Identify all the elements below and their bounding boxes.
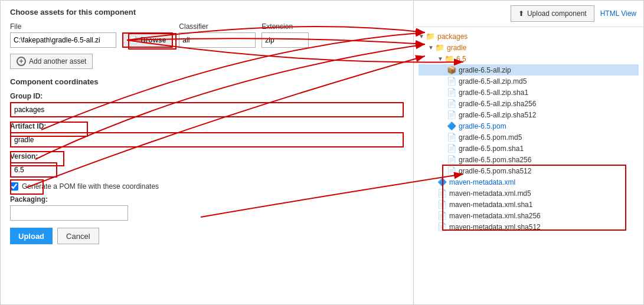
zip-file-icon: 📦 <box>447 65 456 74</box>
tree-item-label: gradle-6.5-all.zip.md5 <box>459 77 527 86</box>
file-field-group: File <box>10 22 116 48</box>
file-icon: 📄 <box>437 189 447 198</box>
folder-icon: 📁 <box>435 43 444 52</box>
pom-file-icon: 🔷 <box>447 122 456 130</box>
file-icon: 📄 <box>129 36 138 44</box>
packaging-group: Packaging: <box>10 195 404 221</box>
group-id-group: Group ID: <box>10 92 404 117</box>
tree-item-label: gradle-6.5-all.zip <box>459 66 511 74</box>
packaging-input[interactable] <box>10 205 128 221</box>
tree-item-label: gradle-6.5.pom.sha1 <box>459 145 524 153</box>
tree-item[interactable]: 📄maven-metadata.xml.md5 <box>419 188 639 199</box>
tree-item[interactable]: 📄gradle-6.5-all.zip.sha256 <box>419 98 639 109</box>
tree-item[interactable]: ▼📁packages <box>419 31 639 42</box>
tree-item-label: maven-metadata.xml.sha512 <box>449 223 541 231</box>
file-icon: 📄 <box>447 166 456 175</box>
file-tree: ▼📁packages▼📁gradle▼📁6.5📦gradle-6.5-all.z… <box>414 27 643 236</box>
file-icon: 📄 <box>437 222 447 231</box>
tree-item[interactable]: 📄gradle-6.5.pom.sha256 <box>419 154 639 165</box>
artifact-id-label: Artifact ID: <box>10 122 404 130</box>
generate-pom-label: Generate a POM file with these coordinat… <box>22 182 159 191</box>
file-icon: 📄 <box>447 77 456 86</box>
tree-item[interactable]: 📄maven-metadata.xml.sha512 <box>419 221 639 232</box>
file-icon: 📄 <box>447 133 456 142</box>
tree-item[interactable]: 📄gradle-6.5-all.zip.sha1 <box>419 87 639 98</box>
file-icon: 📄 <box>447 155 456 164</box>
folder-icon: 📁 <box>426 32 435 41</box>
file-icon: 📄 <box>447 88 456 97</box>
group-id-label: Group ID: <box>10 92 404 100</box>
tree-item-label: gradle-6.5.pom.sha256 <box>459 156 531 164</box>
tree-item[interactable]: 📄maven-metadata.xml.sha256 <box>419 210 639 221</box>
tree-item-label: maven-metadata.xml.sha256 <box>449 212 541 220</box>
extension-label: Extension <box>261 22 309 31</box>
upload-icon: ⬆ <box>518 9 524 18</box>
component-coordinates-title: Component coordinates <box>10 77 404 86</box>
group-id-input[interactable] <box>10 102 404 117</box>
tree-item[interactable]: 📄gradle-6.5-all.zip.md5 <box>419 76 639 87</box>
tree-item-label: gradle-6.5-all.zip.sha512 <box>459 111 536 119</box>
tree-item[interactable]: 📄maven-metadata.xml.sha1 <box>419 199 639 210</box>
tree-item[interactable]: 📦gradle-6.5-all.zip <box>419 64 639 76</box>
file-icon: 📄 <box>447 99 456 108</box>
expand-arrow-icon: ▼ <box>428 44 434 51</box>
file-input[interactable] <box>10 32 116 48</box>
tree-item-label: 6.5 <box>456 55 466 63</box>
artifact-id-group: Artifact ID: <box>10 122 404 147</box>
tree-item-label: maven-metadata.xml.sha1 <box>449 201 532 209</box>
folder-icon: 📁 <box>444 54 454 63</box>
tree-item-label: gradle-6.5-all.zip.sha1 <box>459 88 528 97</box>
plus-circle-icon: + <box>17 57 26 66</box>
expand-arrow-icon: ▼ <box>437 55 443 62</box>
cancel-button[interactable]: Cancel <box>57 228 99 244</box>
add-another-asset-button[interactable]: + Add another asset <box>10 54 93 69</box>
tree-item[interactable]: 📄gradle-6.5.pom.sha1 <box>419 143 639 154</box>
file-label: File <box>10 22 116 31</box>
tree-item-label: gradle-6.5.pom.sha512 <box>459 167 531 175</box>
packaging-label: Packaging: <box>10 195 404 204</box>
tree-item[interactable]: ▼📁6.5 <box>419 53 639 64</box>
artifact-id-input[interactable] <box>10 132 404 147</box>
file-icon: 📄 <box>447 144 456 153</box>
file-icon: 📄 <box>437 211 447 220</box>
upload-component-button[interactable]: ⬆ Upload component <box>511 5 594 22</box>
tree-item-label: gradle <box>447 44 466 52</box>
tree-item[interactable]: ▼📁gradle <box>419 42 639 53</box>
tree-item-label: maven-metadata.xml.md5 <box>449 189 531 198</box>
version-label: Version: <box>10 152 404 160</box>
right-header: ⬆ Upload component HTML View <box>414 1 643 27</box>
tree-item[interactable]: 📄gradle-6.5-all.zip.sha512 <box>419 109 639 120</box>
tree-item-label: gradle-6.5-all.zip.sha256 <box>459 100 536 108</box>
upload-button[interactable]: Upload <box>10 228 53 244</box>
html-view-link[interactable]: HTML View <box>600 9 636 18</box>
browse-button[interactable]: 📄 Browse <box>122 32 173 48</box>
action-row: Upload Cancel <box>10 228 404 244</box>
tree-item[interactable]: 🔷maven-metadata.xml <box>419 176 639 188</box>
app-container: Choose assets for this component File 📄 … <box>0 0 644 305</box>
extension-input[interactable] <box>261 32 309 48</box>
file-icon: 📄 <box>437 200 447 209</box>
classifier-label: Classifier <box>179 22 256 31</box>
right-panel: ⬆ Upload component HTML View ▼📁packages▼… <box>414 1 643 304</box>
pom-file-icon: 🔷 <box>437 178 447 186</box>
classifier-input[interactable] <box>179 32 256 48</box>
extension-field-group: Extension <box>261 22 309 48</box>
version-input[interactable] <box>10 162 57 178</box>
left-panel: Choose assets for this component File 📄 … <box>1 1 414 304</box>
tree-item[interactable]: 📄gradle-6.5.pom.sha512 <box>419 165 639 176</box>
file-icon: 📄 <box>447 110 456 119</box>
tree-item-label: packages <box>437 32 468 41</box>
tree-item[interactable]: 🔷gradle-6.5.pom <box>419 120 639 132</box>
file-row: File 📄 Browse Classifier Extension <box>10 22 404 48</box>
classifier-field-group: Classifier <box>179 22 256 48</box>
tree-item-label: gradle-6.5.pom.md5 <box>459 133 522 142</box>
tree-item-label: gradle-6.5.pom <box>459 122 506 130</box>
panel-title: Choose assets for this component <box>10 8 404 17</box>
version-group: Version: <box>10 152 404 178</box>
tree-item[interactable]: 📄gradle-6.5.pom.md5 <box>419 132 639 143</box>
expand-arrow-icon: ▼ <box>419 33 424 40</box>
generate-pom-checkbox[interactable] <box>10 182 18 191</box>
main-wrapper: Choose assets for this component File 📄 … <box>0 0 644 305</box>
tree-item-label: maven-metadata.xml <box>449 178 515 186</box>
generate-pom-row: Generate a POM file with these coordinat… <box>10 182 404 191</box>
